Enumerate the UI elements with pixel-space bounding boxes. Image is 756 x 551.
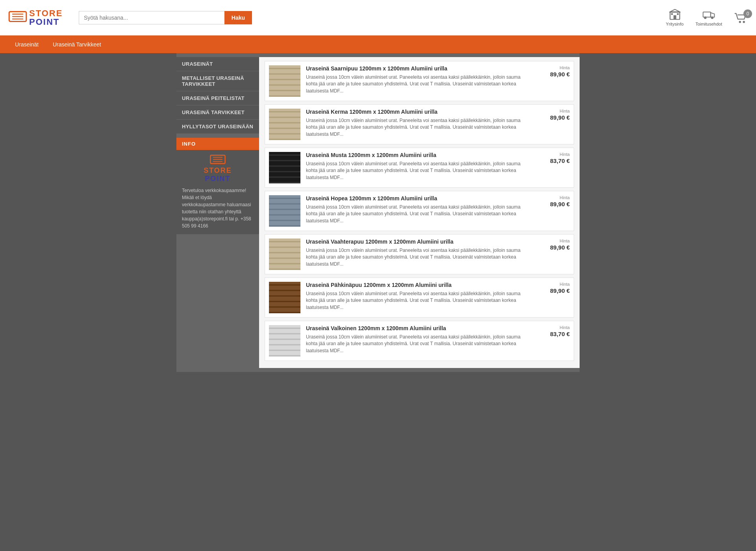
svg-point-11 [704, 17, 706, 19]
sidebar-logo-point: POINT [205, 175, 230, 183]
product-info-7: Uraseinä Valkoinen 1200mm x 1200mm Alumi… [306, 325, 533, 354]
sidebar-logo-store: STORE [204, 166, 232, 175]
svg-rect-7 [677, 13, 678, 15]
product-desc-6: Uraseinä jossa 10cm välein alumiiniset u… [306, 290, 533, 311]
sidebar-menu-item-0[interactable]: URASEINÄT [176, 57, 259, 71]
price-label-1: Hinta [538, 65, 570, 70]
price-value-6: 89,90 € [538, 287, 570, 294]
product-thumb-2 [269, 109, 300, 140]
sidebar-menu: URASEINÄTMETALLISET URASEINÄ TARVIKKEETU… [176, 57, 259, 134]
product-desc-3: Uraseinä jossa 10cm välein alumiiniset u… [306, 161, 533, 181]
search-button[interactable]: Haku [224, 11, 252, 24]
price-value-4: 89,90 € [538, 201, 570, 207]
product-thumb-5 [269, 239, 300, 270]
product-price-col-4: Hinta 89,90 € [538, 195, 570, 207]
svg-point-12 [711, 17, 713, 19]
product-price-col-1: Hinta 89,90 € [538, 65, 570, 78]
price-value-5: 89,90 € [538, 244, 570, 251]
product-info-3: Uraseinä Musta 1200mm x 1200mm Alumiini … [306, 152, 533, 181]
product-thumb-3 [269, 152, 300, 183]
product-title-3[interactable]: Uraseinä Musta 1200mm x 1200mm Alumiini … [306, 152, 533, 158]
product-price-col-5: Hinta 89,90 € [538, 239, 570, 251]
product-title-5[interactable]: Uraseinä Vaahterapuu 1200mm x 1200mm Alu… [306, 239, 533, 245]
logo-cart-icon [8, 11, 28, 25]
svg-marker-10 [711, 13, 715, 17]
sidebar-menu-item-1[interactable]: METALLISET URASEINÄ TARVIKKEET [176, 71, 259, 91]
search-area: Haku [79, 11, 252, 24]
sidebar-menu-item-3[interactable]: URASEINÄ TARVIKKEET [176, 105, 259, 120]
product-item[interactable]: Uraseinä Vaahterapuu 1200mm x 1200mm Alu… [265, 234, 574, 274]
product-thumb-6 [269, 282, 300, 313]
product-desc-7: Uraseinä jossa 10cm välein alumiiniset u… [306, 334, 533, 354]
product-desc-4: Uraseinä jossa 10cm välein alumiiniset u… [306, 204, 533, 224]
building-icon [669, 9, 681, 20]
nav-item-uraseina[interactable]: Uraseinät [8, 37, 46, 52]
product-info-2: Uraseinä Kerma 1200mm x 1200mm Alumiini … [306, 109, 533, 138]
nav-item-uraseina-tarvikkeet[interactable]: Uraseinä Tarvikkeet [46, 37, 108, 52]
toimitustiedot-link[interactable]: Toimitusehdot [695, 9, 722, 26]
product-item[interactable]: Uraseinä Pähkinäpuu 1200mm x 1200mm Alum… [265, 277, 574, 318]
header-right: Yritysinfo Toimitusehdot 0 [666, 9, 748, 26]
price-label-5: Hinta [538, 239, 570, 243]
price-value-7: 83,70 € [538, 331, 570, 337]
product-desc-1: Uraseinä jossa 10cm välein alumiiniset u… [306, 74, 533, 94]
sidebar-info-box: INFO STORE POINT Tervetuloa verkkokaupaa… [176, 138, 259, 234]
product-info-4: Uraseinä Hopea 1200mm x 1200mm Alumiini … [306, 195, 533, 224]
product-title-4[interactable]: Uraseinä Hopea 1200mm x 1200mm Alumiini … [306, 195, 533, 202]
product-info-5: Uraseinä Vaahterapuu 1200mm x 1200mm Alu… [306, 239, 533, 268]
search-input[interactable] [79, 11, 224, 24]
logo-point: POINT [29, 18, 63, 26]
sidebar-info-content: STORE POINT Tervetuloa verkkokaupaamme! … [176, 150, 259, 234]
price-label-7: Hinta [538, 325, 570, 330]
yritysinfo-label: Yritysinfo [666, 22, 684, 26]
sidebar-info-header: INFO [176, 138, 259, 150]
svg-rect-9 [703, 12, 711, 17]
main-layout: URASEINÄTMETALLISET URASEINÄ TARVIKKEETU… [176, 53, 580, 372]
product-price-col-7: Hinta 83,70 € [538, 325, 570, 337]
product-item[interactable]: Uraseinä Saarnipuu 1200mm x 1200mm Alumi… [265, 61, 574, 101]
product-desc-5: Uraseinä jossa 10cm välein alumiiniset u… [306, 247, 533, 268]
product-title-7[interactable]: Uraseinä Valkoinen 1200mm x 1200mm Alumi… [306, 325, 533, 331]
sidebar-cart-icon [210, 155, 226, 166]
product-item[interactable]: Uraseinä Valkoinen 1200mm x 1200mm Alumi… [265, 321, 574, 361]
product-title-6[interactable]: Uraseinä Pähkinäpuu 1200mm x 1200mm Alum… [306, 282, 533, 288]
logo-text: STORE POINT [29, 9, 63, 26]
product-price-col-6: Hinta 89,90 € [538, 282, 570, 294]
product-list-area: Uraseinä Saarnipuu 1200mm x 1200mm Alumi… [259, 57, 580, 368]
truck-icon [702, 9, 715, 20]
product-thumb-1 [269, 65, 300, 97]
sidebar-mini-logo: STORE POINT [182, 155, 254, 183]
product-price-col-3: Hinta 83,70 € [538, 152, 570, 164]
navbar: Uraseinät Uraseinä Tarvikkeet [0, 35, 756, 53]
price-label-2: Hinta [538, 109, 570, 113]
product-thumb-7 [269, 325, 300, 357]
sidebar: URASEINÄTMETALLISET URASEINÄ TARVIKKEETU… [176, 57, 259, 368]
yritysinfo-link[interactable]: Yritysinfo [666, 9, 684, 26]
product-info-1: Uraseinä Saarnipuu 1200mm x 1200mm Alumi… [306, 65, 533, 94]
sidebar-menu-item-4[interactable]: HYLLYTASOT URASEINÄÄN [176, 120, 259, 134]
toimitustiedot-label: Toimitusehdot [695, 22, 722, 26]
product-desc-2: Uraseinä jossa 10cm välein alumiiniset u… [306, 117, 533, 138]
logo-store: STORE [29, 9, 63, 18]
price-label-4: Hinta [538, 195, 570, 200]
price-label-6: Hinta [538, 282, 570, 287]
svg-rect-5 [673, 15, 676, 20]
svg-marker-8 [669, 9, 680, 12]
product-title-2[interactable]: Uraseinä Kerma 1200mm x 1200mm Alumiini … [306, 109, 533, 115]
cart-badge: 0 [743, 9, 752, 18]
sidebar-menu-item-2[interactable]: URASEINÄ PEITELISTAT [176, 91, 259, 105]
product-item[interactable]: Uraseinä Hopea 1200mm x 1200mm Alumiini … [265, 191, 574, 231]
svg-point-13 [739, 21, 741, 23]
price-label-3: Hinta [538, 152, 570, 157]
price-value-2: 89,90 € [538, 114, 570, 121]
cart-link[interactable]: 0 [734, 12, 748, 24]
product-title-1[interactable]: Uraseinä Saarnipuu 1200mm x 1200mm Alumi… [306, 65, 533, 72]
product-item[interactable]: Uraseinä Kerma 1200mm x 1200mm Alumiini … [265, 104, 574, 144]
price-value-1: 89,90 € [538, 71, 570, 78]
product-price-col-2: Hinta 89,90 € [538, 109, 570, 121]
product-info-6: Uraseinä Pähkinäpuu 1200mm x 1200mm Alum… [306, 282, 533, 311]
product-item[interactable]: Uraseinä Musta 1200mm x 1200mm Alumiini … [265, 148, 574, 188]
product-thumb-4 [269, 195, 300, 227]
logo-area[interactable]: STORE POINT [8, 9, 71, 26]
svg-rect-6 [671, 13, 673, 15]
